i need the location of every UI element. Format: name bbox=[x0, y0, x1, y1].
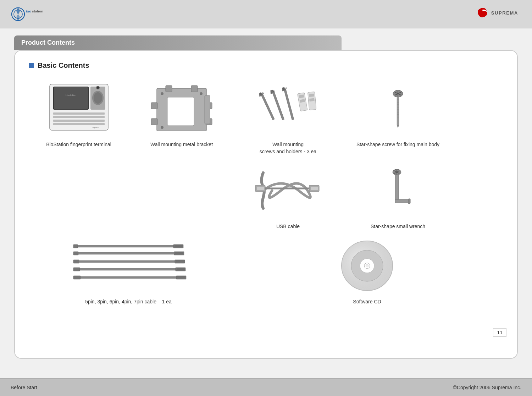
software-cd-image bbox=[339, 237, 395, 294]
star-screw-label: Star-shape screw for fixing main body bbox=[356, 141, 439, 148]
section-title: Product Contents bbox=[21, 39, 75, 46]
cables-image bbox=[66, 237, 190, 294]
svg-point-105 bbox=[366, 264, 368, 267]
wall-bracket-svg bbox=[150, 81, 214, 136]
product-cables: 5pin, 3pin, 6pin, 4pin, 7pin cable – 1 e… bbox=[29, 237, 228, 306]
biostation-terminal-svg: biostation suprema bbox=[44, 81, 113, 136]
svg-rect-21 bbox=[166, 86, 172, 92]
svg-rect-97 bbox=[176, 276, 186, 279]
suprema-logo-svg: SUPREMA bbox=[475, 4, 521, 23]
svg-rect-77 bbox=[173, 244, 183, 248]
svg-rect-14 bbox=[53, 112, 105, 115]
svg-point-11 bbox=[94, 92, 102, 104]
svg-text:suprema: suprema bbox=[92, 126, 99, 128]
wall-bracket-image bbox=[150, 80, 214, 137]
svg-rect-7 bbox=[54, 87, 88, 109]
svg-rect-87 bbox=[175, 260, 185, 263]
svg-text:station: station bbox=[32, 9, 43, 13]
svg-rect-48 bbox=[309, 98, 315, 101]
software-cd-svg bbox=[339, 238, 395, 293]
wall-screws-label: Wall mountingscrews and holders - 3 ea bbox=[260, 141, 316, 155]
svg-rect-90 bbox=[73, 268, 80, 271]
svg-rect-75 bbox=[73, 244, 78, 248]
product-wall-screws: Wall mountingscrews and holders - 3 ea bbox=[235, 80, 341, 155]
svg-marker-62 bbox=[397, 125, 399, 128]
svg-rect-91 bbox=[80, 268, 176, 270]
svg-text:biostation: biostation bbox=[66, 94, 76, 97]
svg-rect-20 bbox=[167, 97, 194, 126]
svg-point-28 bbox=[200, 92, 203, 95]
footer: Before Start ©Copyright 2006 Suprema Inc… bbox=[0, 378, 532, 396]
usb-cable-label: USB cable bbox=[276, 223, 300, 230]
biostation-logo: bio station bbox=[11, 4, 53, 24]
usb-cable-svg bbox=[253, 166, 323, 215]
product-star-screw: Star-shape screw for fixing main body bbox=[345, 80, 451, 155]
svg-rect-35 bbox=[272, 91, 284, 120]
svg-rect-64 bbox=[257, 187, 264, 190]
svg-rect-39 bbox=[284, 89, 294, 120]
software-cd-label: Software CD bbox=[353, 298, 381, 306]
svg-rect-80 bbox=[73, 252, 78, 255]
basic-contents-header: Basic Contents bbox=[29, 61, 503, 70]
svg-point-29 bbox=[161, 126, 164, 129]
svg-text:SUPREMA: SUPREMA bbox=[491, 10, 518, 16]
svg-rect-85 bbox=[73, 260, 79, 263]
wrench-image bbox=[380, 162, 416, 219]
wall-bracket-label: Wall mounting metal bracket bbox=[150, 141, 213, 148]
biostation-logo-svg: bio station bbox=[11, 4, 53, 24]
wall-screws-image bbox=[251, 80, 325, 137]
section-title-bar: Product Contents bbox=[14, 35, 342, 50]
svg-rect-66 bbox=[311, 187, 318, 190]
svg-rect-47 bbox=[309, 94, 314, 97]
header: bio station SUPREMA bbox=[0, 0, 532, 28]
wrench-label: Star-shape small wrench bbox=[371, 223, 425, 230]
product-wrench: Star-shape small wrench bbox=[345, 162, 451, 230]
svg-rect-81 bbox=[78, 252, 174, 254]
svg-rect-76 bbox=[78, 245, 173, 247]
svg-rect-82 bbox=[174, 252, 184, 255]
svg-rect-24 bbox=[151, 119, 157, 125]
svg-rect-86 bbox=[79, 260, 175, 263]
bullet-square bbox=[29, 63, 34, 68]
svg-rect-22 bbox=[191, 86, 198, 92]
page-number: 11 bbox=[493, 328, 506, 337]
wrench-svg bbox=[380, 166, 416, 215]
footer-right-text: ©Copyright 2006 Suprema Inc. bbox=[453, 385, 521, 390]
svg-rect-30 bbox=[205, 95, 210, 124]
star-screw-image bbox=[384, 80, 412, 137]
footer-left-text: Before Start bbox=[11, 385, 37, 390]
svg-rect-23 bbox=[151, 103, 157, 109]
suprema-logo: SUPREMA bbox=[475, 4, 521, 24]
svg-rect-95 bbox=[73, 276, 81, 279]
biostation-terminal-label: BioStation fingerprint terminal bbox=[46, 141, 111, 148]
product-wall-bracket: Wall mounting metal bracket bbox=[132, 80, 231, 155]
wall-screws-svg bbox=[251, 86, 325, 132]
basic-contents-title: Basic Contents bbox=[38, 61, 89, 70]
svg-point-13 bbox=[97, 87, 99, 89]
svg-rect-96 bbox=[81, 276, 176, 279]
main-content: Product Contents Basic Contents bbox=[0, 28, 532, 378]
svg-rect-15 bbox=[53, 116, 105, 118]
svg-rect-31 bbox=[261, 93, 275, 120]
content-box: Basic Contents biostation bbox=[14, 50, 518, 359]
svg-rect-69 bbox=[395, 199, 409, 203]
product-biostation-terminal: biostation suprema bbox=[29, 80, 128, 155]
star-screw-svg bbox=[384, 87, 412, 130]
usb-cable-image bbox=[253, 162, 323, 219]
svg-rect-92 bbox=[176, 268, 185, 271]
svg-point-27 bbox=[161, 92, 164, 95]
svg-text:bio: bio bbox=[26, 9, 32, 13]
biostation-terminal-image: biostation suprema bbox=[44, 80, 113, 137]
cables-label: 5pin, 3pin, 6pin, 4pin, 7pin cable – 1 e… bbox=[85, 298, 172, 306]
svg-rect-53 bbox=[397, 97, 399, 125]
svg-rect-17 bbox=[53, 123, 105, 125]
product-software-cd: Software CD bbox=[231, 237, 503, 306]
svg-rect-16 bbox=[53, 120, 105, 122]
svg-rect-74 bbox=[408, 199, 410, 204]
cables-svg bbox=[66, 239, 190, 292]
product-usb-cable: USB cable bbox=[235, 162, 341, 230]
